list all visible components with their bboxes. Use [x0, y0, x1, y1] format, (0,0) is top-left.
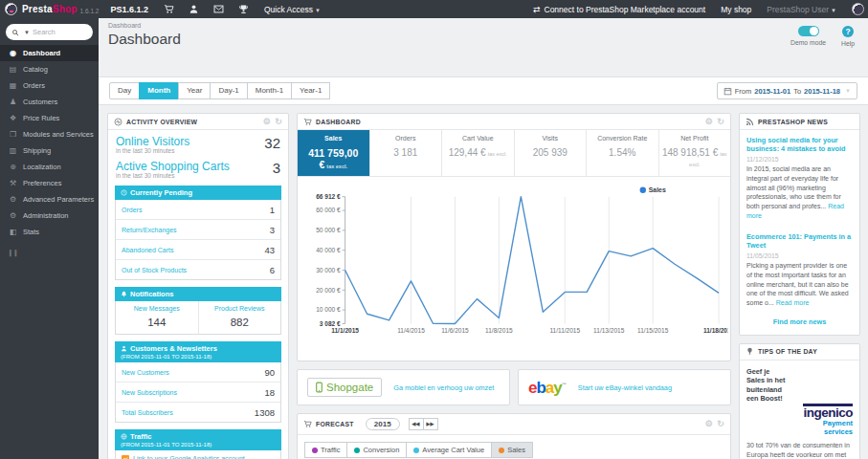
gear-icon[interactable]: ⚙ — [705, 420, 713, 428]
stats-icon: ◧ — [9, 228, 17, 236]
kpi-label: Sales — [300, 135, 367, 142]
currently-pending-section: Currently Pending Orders1Return/Exchange… — [115, 186, 281, 280]
customer-icon — [121, 345, 127, 352]
range-button-month-1[interactable]: Month-1 — [247, 82, 292, 99]
legend-dot — [499, 448, 504, 453]
traffic-section: Traffic (FROM 2015-11-01 TO 2015-11-18) … — [115, 429, 281, 459]
forecast-prev-button[interactable]: ◀◀ — [409, 418, 424, 430]
sidebar-item-modules-and-services[interactable]: ❒Modules and Services — [0, 126, 99, 142]
ingenico-logo[interactable]: ingenico Payment services — [780, 404, 853, 436]
refresh-icon[interactable]: ↻ — [275, 118, 282, 126]
news-article-date: 11/12/2015 — [746, 156, 853, 163]
date-range-picker[interactable]: From 2015-11-01 To 2015-11-18 ▼ — [717, 82, 857, 99]
kpi-tab-net-profit[interactable]: Net Profit148 918,51 €tax excl. — [658, 130, 731, 176]
sidebar-item-administration[interactable]: ⚙Administration — [0, 208, 99, 224]
kpi-tab-cart-value[interactable]: Cart Value129,44 €tax excl. — [441, 130, 514, 176]
date-range-toolbar: DayMonthYearDay-1Month-1Year-1 From 2015… — [99, 76, 868, 105]
metric-link[interactable]: Orders — [122, 207, 142, 213]
notification-link[interactable]: Product Reviews — [201, 305, 279, 312]
google-analytics-link[interactable]: Link to your Google Analytics account — [115, 450, 281, 459]
kpi-tab-conversion-rate[interactable]: Conversion Rate1.54% — [586, 130, 658, 176]
forecast-legend-traffic[interactable]: Traffic — [304, 442, 347, 458]
user-label: PrestaShop User — [767, 5, 829, 14]
notification-cell-product-reviews: Product Reviews882 — [198, 301, 281, 334]
news-article-title[interactable]: Using social media for your business: 4 … — [746, 136, 853, 153]
metric-link[interactable]: Abandoned Carts — [122, 247, 173, 253]
cart-icon[interactable] — [164, 4, 174, 14]
range-button-year-1[interactable]: Year-1 — [291, 82, 330, 99]
forecast-next-button[interactable]: ▶▶ — [423, 418, 438, 430]
svg-text:60 000 €: 60 000 € — [316, 207, 341, 213]
forecast-year[interactable]: 2015 — [366, 418, 400, 430]
notification-link[interactable]: New Messages — [118, 305, 196, 312]
metric-link[interactable]: Return/Exchanges — [122, 227, 177, 233]
kpi-tab-sales[interactable]: Sales411 759,00 €tax excl. — [298, 130, 369, 176]
ebay-promo-link[interactable]: Start uw eBay-winkel vandaag — [578, 383, 672, 392]
news-panel-title: PRESTASHOP NEWS — [758, 119, 828, 125]
metric-link[interactable]: New Customers — [122, 369, 169, 376]
metric-link[interactable]: Out of Stock Products — [122, 267, 187, 273]
online-visitors-link[interactable]: Online Visitors — [116, 135, 189, 148]
kpi-tab-visits[interactable]: Visits205 939 — [514, 130, 587, 176]
range-button-month[interactable]: Month — [139, 82, 179, 99]
sidebar-search[interactable]: ▼ — [6, 24, 93, 40]
metric-link[interactable]: New Subscriptions — [122, 389, 177, 396]
metric-value: 6 — [270, 265, 275, 275]
metric-link[interactable]: Total Subscribers — [122, 409, 173, 416]
trophy-icon[interactable] — [238, 4, 249, 14]
read-more-link[interactable]: Read more — [746, 203, 844, 219]
marketplace-link[interactable]: ⇄Connect to PrestaShop Marketplace accou… — [533, 5, 705, 14]
sidebar-item-localization[interactable]: ⊕Localization — [0, 159, 99, 175]
read-more-link[interactable]: Read more — [776, 299, 810, 306]
notifications-title: Notifications — [130, 290, 173, 298]
truck-icon: ▥ — [9, 146, 17, 155]
breadcrumb[interactable]: Dashboard — [99, 18, 868, 29]
sidebar-item-customers[interactable]: ♟Customers — [0, 94, 99, 110]
sidebar-item-preferences[interactable]: ⚒Preferences — [0, 175, 99, 191]
user-menu[interactable]: PrestaShop User▼ — [767, 5, 836, 14]
active-carts-link[interactable]: Active Shopping Carts — [116, 160, 230, 173]
gear-icon[interactable]: ⚙ — [263, 118, 271, 126]
search-input[interactable] — [33, 28, 82, 36]
forecast-legend-conversion[interactable]: Conversion — [346, 442, 407, 458]
page-title: Dashboard — [99, 29, 868, 48]
sidebar-item-label: Administration — [23, 211, 69, 220]
news-article: Using social media for your business: 4 … — [740, 130, 859, 227]
range-button-day-1[interactable]: Day-1 — [210, 82, 247, 99]
sidebar-item-shipping[interactable]: ▥Shipping — [0, 142, 99, 159]
my-shop-link[interactable]: My shop — [721, 5, 751, 14]
news-article-title[interactable]: Ecommerce 101: Payments in a Tweet — [746, 232, 853, 250]
refresh-icon[interactable]: ↻ — [717, 118, 724, 126]
main-content: Dashboard Dashboard Demo mode ? Help Day… — [99, 0, 868, 459]
customer-icon[interactable] — [189, 4, 199, 14]
help-icon[interactable]: ? — [842, 26, 854, 37]
messages-icon[interactable] — [213, 4, 224, 14]
kpi-tab-orders[interactable]: Orders3 181 — [369, 130, 442, 176]
sidebar-item-stats[interactable]: ◧Stats — [0, 224, 99, 240]
quick-access-menu[interactable]: Quick Access▼ — [264, 5, 321, 14]
kpi-label: Visits — [517, 135, 585, 142]
refresh-icon[interactable]: ↻ — [717, 420, 724, 428]
sidebar-item-orders[interactable]: ▦Orders — [0, 77, 99, 94]
sidebar-item-catalog[interactable]: ▤Catalog — [0, 61, 99, 77]
demo-mode-toggle[interactable] — [798, 26, 819, 36]
gear-icon[interactable]: ⚙ — [705, 118, 713, 126]
range-button-day[interactable]: Day — [109, 82, 140, 99]
date-from-label: From — [735, 87, 752, 96]
find-more-news-link[interactable]: Find more news — [740, 315, 859, 335]
forecast-legend-average-cart-value[interactable]: Average Cart Value — [406, 442, 492, 458]
my-shop-label: My shop — [721, 5, 751, 14]
sidebar-item-label: Localization — [23, 163, 61, 171]
kpi-suffix: tax excl. — [689, 151, 727, 167]
sidebar-item-advanced-parameters[interactable]: ⚙Advanced Parameters — [0, 191, 99, 208]
sidebar-item-dashboard[interactable]: ◉Dashboard — [0, 45, 99, 61]
range-button-year[interactable]: Year — [178, 82, 211, 99]
sales-chart[interactable]: 66 912 €60 000 €50 000 €40 000 €30 000 €… — [300, 181, 728, 359]
collapse-sidebar-button[interactable]: ▍▍ — [10, 250, 99, 256]
brand-name: PrestaShop — [22, 4, 78, 14]
forecast-legend-sales[interactable]: Sales — [491, 442, 533, 458]
sidebar-item-price-rules[interactable]: ❖Price Rules — [0, 110, 99, 126]
traffic-title: Traffic — [130, 432, 152, 441]
user-avatar[interactable] — [852, 3, 864, 15]
shopgate-promo-link[interactable]: Ga mobiel en verhoog uw omzet — [393, 383, 494, 392]
